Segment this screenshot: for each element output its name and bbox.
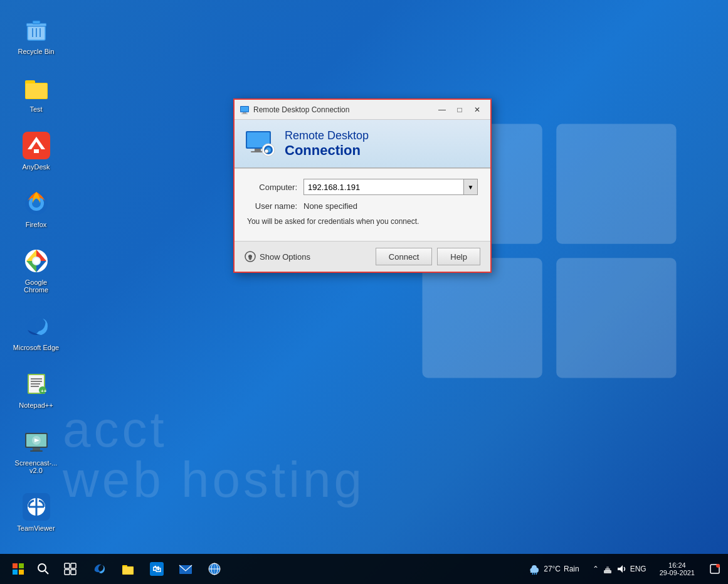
svg-point-61 (38, 564, 46, 571)
taskbar-time: 16:24 (668, 561, 686, 569)
svg-rect-35 (30, 450, 43, 452)
desktop-icon-notepadpp[interactable]: ++ Notepad++ (13, 366, 60, 411)
svg-point-55 (248, 255, 252, 258)
svg-rect-45 (241, 114, 248, 114)
teamviewer-label: TeamViewer (13, 524, 60, 532)
taskbar-mail-button[interactable] (172, 555, 199, 583)
svg-line-79 (534, 573, 535, 575)
taskbar-store-icon: 🛍 (150, 562, 164, 576)
rdc-header-text: Remote Desktop Connection (285, 129, 480, 159)
svg-line-78 (532, 573, 533, 575)
help-button[interactable]: Help (437, 248, 480, 265)
taskbar: 🛍 (0, 554, 728, 584)
username-field-row: User name: None specified (247, 201, 478, 211)
svg-rect-65 (65, 570, 70, 575)
language-indicator[interactable]: ENG (630, 565, 646, 573)
show-hidden-button[interactable]: ⌃ (593, 565, 599, 573)
chrome-label: Google Chrome (13, 279, 60, 294)
svg-rect-1 (556, 124, 676, 244)
rdc-titlebar-controls: — □ ✕ (434, 104, 485, 116)
desktop-icon-screencast[interactable]: Screencast-... v2.0 (13, 424, 60, 477)
computer-field-row: Computer: ▼ (247, 179, 478, 195)
desktop-icon-firefox[interactable]: Firefox (13, 186, 60, 231)
taskbar-network-icon (208, 562, 221, 576)
close-button[interactable]: ✕ (469, 104, 485, 116)
svg-point-86 (716, 564, 720, 568)
taskbar-explorer-button[interactable] (114, 555, 142, 583)
desktop-icon-anydesk[interactable]: AnyDesk (13, 128, 60, 173)
svg-rect-2 (423, 258, 542, 378)
recycle-bin-icon (21, 15, 51, 45)
rdc-titlebar: Remote Desktop Connection — □ ✕ (235, 100, 490, 120)
connect-button[interactable]: Connect (376, 248, 432, 265)
weather-icon (528, 563, 541, 575)
username-value: None specified (303, 201, 357, 211)
notification-center-button[interactable] (705, 554, 725, 584)
taskbar-mail-icon (179, 562, 193, 576)
taskbar-edge-button[interactable] (85, 555, 113, 583)
rdc-header-title2: Connection (285, 142, 480, 159)
desktop-icon-google-chrome[interactable]: Google Chrome (13, 243, 60, 296)
firefox-icon (21, 188, 51, 218)
recycle-bin-label: Recycle Bin (13, 48, 60, 55)
svg-marker-84 (618, 565, 623, 573)
taskbar-datetime[interactable]: 16:24 29-09-2021 (655, 561, 700, 576)
minimize-button[interactable]: — (434, 104, 450, 116)
taskbar-right: 27°C Rain ⌃ ENG (523, 554, 725, 584)
rdc-footer: Show Options Connect Help (235, 241, 490, 272)
desktop-icon-test[interactable]: Test (13, 70, 60, 115)
taskbar-network-button[interactable] (201, 555, 228, 583)
search-button[interactable] (33, 554, 53, 584)
svg-rect-63 (65, 563, 70, 568)
svg-rect-69 (123, 567, 134, 575)
computer-input[interactable] (303, 179, 478, 195)
rdc-title-text: Remote Desktop Connection (253, 105, 349, 114)
taskbar-weather[interactable]: 27°C Rain (523, 563, 584, 575)
svg-marker-56 (248, 258, 252, 260)
rdc-dialog: Remote Desktop Connection — □ ✕ (233, 98, 492, 273)
taskbar-pinned-icons: 🛍 (56, 555, 228, 583)
volume-icon[interactable] (616, 564, 626, 574)
computer-input-container: ▼ (303, 179, 478, 195)
svg-point-23 (33, 258, 40, 264)
show-options-button[interactable]: Show Options (245, 251, 310, 262)
network-status-icon[interactable] (603, 564, 613, 574)
username-label: User name: (247, 201, 303, 211)
taskbar-store-button[interactable]: 🛍 (143, 555, 171, 583)
test-folder-icon (21, 73, 51, 103)
desktop-icon-teamviewer[interactable]: TeamViewer (13, 489, 60, 534)
watermark-line1: acct (63, 401, 728, 459)
start-button[interactable] (3, 554, 33, 584)
svg-rect-43 (241, 107, 248, 112)
computer-label: Computer: (247, 183, 303, 192)
svg-rect-64 (71, 563, 76, 568)
notification-icon (710, 564, 720, 574)
desktop: acct web hosting Recycle Bin (0, 0, 728, 584)
svg-point-53 (265, 149, 268, 153)
svg-rect-48 (255, 149, 261, 151)
svg-rect-34 (33, 448, 40, 450)
svg-rect-16 (34, 149, 39, 153)
svg-rect-66 (71, 570, 76, 575)
computer-dropdown-arrow[interactable]: ▼ (463, 179, 477, 194)
maximize-button[interactable]: □ (451, 104, 468, 116)
anydesk-icon (21, 130, 51, 161)
rdc-header-icon (245, 127, 277, 160)
edge-label: Microsoft Edge (13, 344, 60, 351)
svg-rect-12 (26, 83, 47, 98)
desktop-icon-edge[interactable]: Microsoft Edge (13, 309, 60, 354)
notepadpp-label: Notepad++ (13, 401, 60, 409)
task-view-button[interactable] (56, 555, 84, 583)
task-view-icon (64, 563, 76, 575)
chrome-icon (21, 246, 51, 276)
screencast-icon (21, 427, 51, 457)
desktop-icon-recycle-bin[interactable]: Recycle Bin (13, 13, 60, 58)
watermark-line2: web hosting (63, 451, 728, 509)
show-options-label: Show Options (260, 252, 310, 262)
svg-rect-6 (33, 21, 40, 24)
notepadpp-icon: ++ (21, 369, 51, 399)
screencast-label: Screencast-... v2.0 (13, 459, 60, 474)
test-label: Test (13, 105, 60, 113)
taskbar-explorer-icon (121, 562, 135, 576)
weather-temp: 27°C (544, 565, 561, 573)
